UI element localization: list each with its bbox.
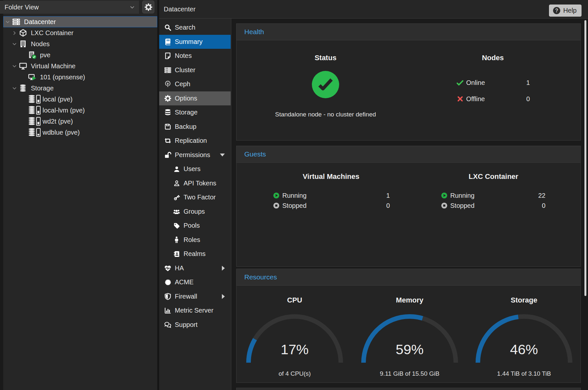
tree-expander-spacer [19,128,27,136]
times-icon [456,95,464,102]
nav-item-two-factor[interactable]: Two Factor [159,190,231,205]
gauge-sublabel: 1.44 TiB of 3.10 TiB [497,370,551,377]
floppy-icon [163,122,172,131]
tree-item-lxc[interactable]: LXC Container [0,27,157,38]
nav-item-label: Permissions [172,151,210,159]
nav-item-label: Firewall [172,293,197,300]
nav-item-api-tokens[interactable]: API Tokens [159,176,231,191]
nav-item-pools[interactable]: Pools [159,219,231,233]
tree-item-wd2t[interactable]: wd2t (pve) [0,116,157,127]
row-label: Stopped [448,202,542,209]
nav-item-label: Support [172,321,198,329]
cluster-status-message: Standalone node - no cluster defined [275,111,376,118]
nav-item-options[interactable]: Options [159,91,231,106]
retweet-icon [163,136,172,145]
nav-item-notes[interactable]: Notes [159,49,231,63]
nav-item-replication[interactable]: Replication [159,134,231,148]
nav-item-support[interactable]: Support [159,318,231,332]
nav-item-groups[interactable]: Groups [159,205,231,219]
nav-item-label: Pools [181,222,200,229]
nav-item-realms[interactable]: Realms [159,247,231,261]
guests-row-stopped: Stopped0 [273,202,390,209]
tree-item-vm-101[interactable]: 101 (opnsense) [0,72,157,83]
nav-item-roles[interactable]: Roles [159,233,231,247]
bar-chart-icon [163,306,172,315]
tree-expander-spacer [19,73,27,81]
guests-panel-title: Guests [244,150,266,158]
proxmox-datacenter-page: Folder View DatacenterLXC ContainerNodes… [0,0,588,390]
nav-item-label: Summary [172,38,203,46]
guests-row-running: Running1 [273,192,390,199]
search-icon [163,23,172,32]
tree-item-local[interactable]: local (pve) [0,94,157,105]
play-circle-icon [441,192,448,199]
tree-expander-down-icon[interactable] [4,18,11,26]
nav-item-summary[interactable]: Summary [159,35,231,49]
nav-item-label: Ceph [172,80,190,88]
tree-item-vm[interactable]: Virtual Machine [0,61,157,72]
tree-item-wdblue[interactable]: wdblue (pve) [0,127,157,138]
storage-usage-icon [27,128,41,137]
user-outline-icon [172,179,181,188]
row-value: 0 [542,202,545,209]
nav-item-search[interactable]: Search [159,20,231,35]
nav-item-firewall[interactable]: Firewall [159,289,231,304]
nav-item-label: Storage [172,109,198,116]
gauge-cpu: CPU17%of 4 CPU(s) [239,286,350,382]
help-button[interactable]: ? Help [549,5,582,17]
nav-item-users[interactable]: Users [159,162,231,176]
tree-item-storage[interactable]: Storage [0,83,157,94]
nav-item-label: Options [172,95,197,102]
nav-item-ha[interactable]: HA [159,261,231,276]
nav-item-backup[interactable]: Backup [159,120,231,134]
nav-item-label: Metric Server [172,307,213,314]
guests-panel-body: Virtual Machines Running1Stopped0 LXC Co… [236,163,581,266]
tree-expander-spacer [19,51,27,59]
tree-item-label: Nodes [29,40,50,48]
address-book-icon [172,249,181,258]
tree-settings-button[interactable] [142,1,154,13]
row-label: Online [464,79,526,87]
nav-item-ceph[interactable]: Ceph [159,77,231,91]
heartbeat-icon [163,264,172,273]
check-circle-icon [312,71,339,98]
tree-item-datacenter[interactable]: Datacenter [3,16,157,27]
resources-panel-title: Resources [244,273,277,281]
row-value: 0 [526,95,530,103]
tree-expander-down-icon[interactable] [10,62,18,70]
shield-icon [163,292,172,301]
nav-item-acme[interactable]: ACME [159,275,231,289]
key-icon [172,193,181,202]
nav-item-metric-server[interactable]: Metric Server [159,303,231,318]
resources-panel-body: CPU17%of 4 CPU(s)Memory59%9.11 GiB of 15… [236,286,581,382]
nav-item-label: API Tokens [181,180,216,187]
nav-item-permissions[interactable]: Permissions [159,148,231,162]
health-panel-body: Status Standalone node - no cluster defi… [236,40,581,140]
nav-item-storage[interactable]: Storage [159,105,231,120]
vertical-scrollbar[interactable] [584,20,586,296]
stop-circle-icon [273,202,280,209]
tree-expander-down-icon[interactable] [10,40,18,48]
nav-item-label: Notes [172,52,192,60]
tree-expander-down-icon[interactable] [10,84,18,92]
burst-icon [163,278,172,287]
tree-item-nodes[interactable]: Nodes [0,38,157,49]
gauge-memory: Memory59%9.11 GiB of 15.50 GiB [354,286,465,382]
nav-item-label: Replication [172,137,207,144]
gauge-sublabel: of 4 CPU(s) [278,370,311,377]
resource-tree-sidebar: Folder View DatacenterLXC ContainerNodes… [0,0,157,390]
virtual-machines-table: Running1Stopped0 [273,163,390,266]
tree-expander-right-icon[interactable] [10,29,18,37]
nav-item-cluster[interactable]: Cluster [159,63,231,77]
tree-item-pve[interactable]: pve [0,49,157,61]
user-icon [172,165,181,173]
view-mode-select[interactable]: Folder View [0,1,139,14]
tree-item-local-lvm[interactable]: local-lvm (pve) [0,105,157,116]
tree-expander-spacer [19,95,27,103]
tree-item-label: local (pve) [41,96,72,103]
view-mode-value: Folder View [5,4,129,11]
desktop-play-icon [27,73,37,82]
caret-right-icon [222,261,225,276]
next-panel-sliver [236,388,581,390]
nav-item-label: Cluster [172,66,195,74]
